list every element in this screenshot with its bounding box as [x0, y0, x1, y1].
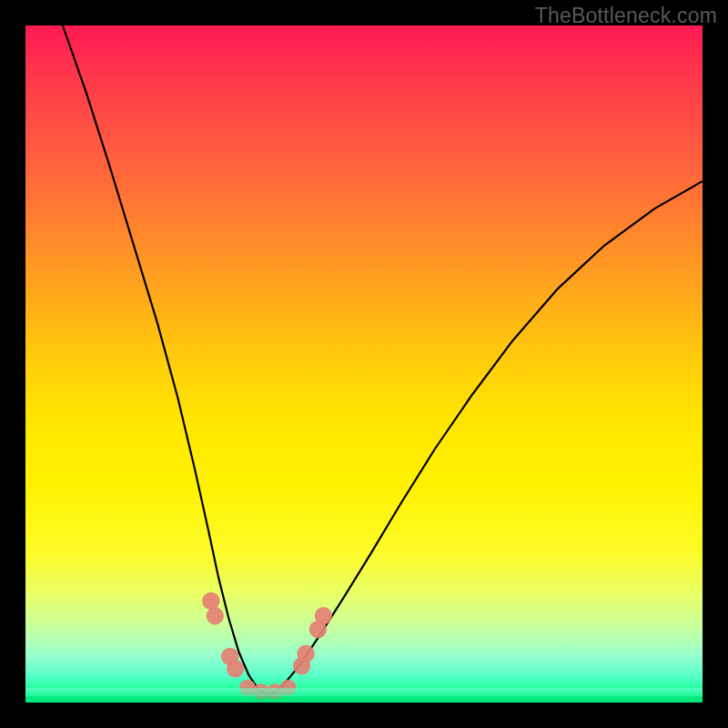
- base-strip-0: [25, 696, 703, 703]
- marker-0: [202, 592, 219, 610]
- curve-right-curve: [269, 181, 703, 695]
- marker-3: [227, 660, 244, 677]
- plot-area: [25, 25, 703, 703]
- chart-frame: TheBottleneck.com: [0, 0, 728, 728]
- base-strip-2: [25, 688, 703, 692]
- marker-11: [315, 607, 332, 624]
- curves-svg: [25, 25, 703, 703]
- base-strip-1: [25, 692, 703, 695]
- marker-9: [297, 645, 314, 662]
- marker-1: [207, 607, 224, 624]
- watermark-text: TheBottleneck.com: [535, 4, 717, 28]
- curve-left-curve: [63, 25, 269, 696]
